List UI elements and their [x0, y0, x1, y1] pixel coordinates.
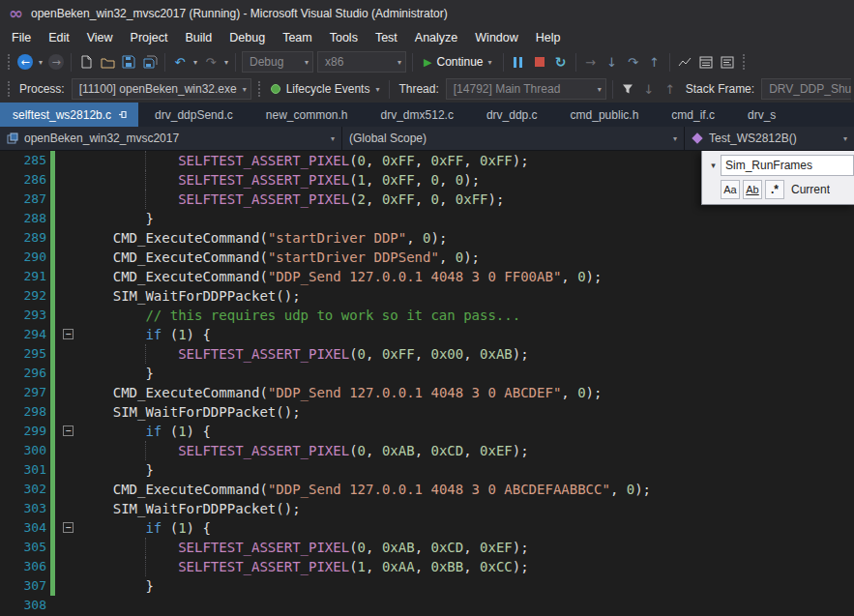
menu-analyze[interactable]: Analyze: [406, 29, 466, 46]
line-number[interactable]: 307: [19, 576, 46, 596]
breakpoint-margin[interactable]: [0, 209, 19, 228]
scope-dropdown[interactable]: (Global Scope) ▾: [342, 127, 685, 150]
thread-combo[interactable]: [14792] Main Thread▾: [446, 78, 606, 100]
line-number[interactable]: 286: [19, 170, 46, 190]
menu-test[interactable]: Test: [367, 29, 406, 46]
breakpoint-margin[interactable]: [0, 151, 19, 170]
code-text[interactable]: CMD_ExecuteCommand("DDP_Send 127.0.0.1 4…: [80, 383, 854, 402]
tab-new_common.h[interactable]: new_common.h: [250, 103, 365, 127]
line-number[interactable]: 303: [19, 499, 46, 518]
collapse-toggle-icon[interactable]: −: [63, 425, 74, 436]
stop-debugging-button[interactable]: [529, 51, 550, 73]
toolbar-grip[interactable]: [743, 54, 745, 70]
line-number[interactable]: 289: [19, 228, 46, 248]
code-text[interactable]: SIM_WaitForDDPPacket();: [80, 286, 854, 306]
code-text[interactable]: if (1) {: [80, 422, 854, 441]
lifecycle-events-button[interactable]: Lifecycle Events▾: [265, 78, 386, 100]
breakpoint-margin[interactable]: [0, 364, 19, 383]
code-text[interactable]: if (1) {: [80, 325, 854, 344]
diagnostic-tools-button[interactable]: [674, 51, 695, 73]
line-number[interactable]: 300: [19, 441, 46, 460]
next-frame-button[interactable]: ↓: [638, 78, 660, 100]
code-text[interactable]: SIM_WaitForDDPPacket();: [80, 499, 854, 518]
breakpoint-margin[interactable]: [0, 402, 19, 422]
restart-button[interactable]: ↻: [550, 51, 572, 73]
code-text[interactable]: }: [80, 209, 854, 228]
solution-configuration-combo[interactable]: Debug▾: [242, 51, 313, 73]
code-text[interactable]: }: [80, 576, 854, 596]
find-expand-icon[interactable]: ▾: [706, 161, 721, 170]
undo-button[interactable]: ↶: [169, 51, 191, 73]
menu-file[interactable]: File: [3, 29, 40, 46]
collapse-toggle-icon[interactable]: −: [63, 522, 74, 533]
tab-selftest_ws2812b.c[interactable]: selftest_ws2812b.c: [0, 103, 138, 127]
breakpoint-margin[interactable]: [0, 518, 19, 538]
breakpoint-margin[interactable]: [0, 170, 19, 190]
breakpoint-margin[interactable]: [0, 576, 19, 596]
previous-frame-button[interactable]: ↑: [660, 78, 681, 100]
code-text[interactable]: }: [80, 460, 854, 480]
breakpoint-margin[interactable]: [0, 344, 19, 364]
line-number[interactable]: 292: [19, 286, 46, 306]
code-text[interactable]: SELFTEST_ASSERT_PIXEL(0, 0xAB, 0xCD, 0xE…: [80, 441, 854, 460]
line-number[interactable]: 296: [19, 364, 46, 383]
menu-window[interactable]: Window: [466, 29, 526, 46]
code-text[interactable]: SELFTEST_ASSERT_PIXEL(1, 0xAA, 0xBB, 0xC…: [80, 557, 854, 576]
menu-edit[interactable]: Edit: [40, 29, 78, 46]
code-text[interactable]: // this requires udp to work so it can p…: [80, 306, 854, 325]
output-window-button[interactable]: [717, 51, 738, 73]
code-text[interactable]: SELFTEST_ASSERT_PIXEL(0, 0xFF, 0x00, 0xA…: [80, 344, 854, 364]
continue-button[interactable]: ▶Continue▾: [417, 51, 499, 73]
solution-platform-combo[interactable]: x86▾: [317, 51, 406, 73]
save-all-button[interactable]: [139, 51, 161, 73]
line-number[interactable]: 293: [19, 306, 46, 325]
line-number[interactable]: 308: [19, 596, 46, 615]
line-number[interactable]: 304: [19, 518, 46, 538]
tab-cmd_public.h[interactable]: cmd_public.h: [554, 103, 656, 127]
code-text[interactable]: if (1) {: [80, 518, 854, 538]
menu-build[interactable]: Build: [176, 29, 221, 46]
breakpoint-margin[interactable]: [0, 286, 19, 306]
breakpoint-margin[interactable]: [0, 499, 19, 518]
code-text[interactable]: [80, 596, 854, 615]
menu-project[interactable]: Project: [122, 29, 177, 46]
code-text[interactable]: CMD_ExecuteCommand("DDP_Send 127.0.0.1 4…: [80, 480, 854, 499]
redo-dropdown-icon[interactable]: ▾: [221, 58, 231, 67]
redo-button[interactable]: ↷: [200, 51, 221, 73]
line-number[interactable]: 306: [19, 557, 46, 576]
stack-frame-combo[interactable]: DRV_DDP_Shutdo: [761, 78, 851, 100]
save-button[interactable]: [118, 51, 139, 73]
line-number[interactable]: 291: [19, 267, 46, 286]
breakpoint-margin[interactable]: [0, 190, 19, 209]
step-into-button[interactable]: ↓: [602, 51, 623, 73]
breakpoint-margin[interactable]: [0, 557, 19, 576]
match-case-button[interactable]: Aa: [721, 180, 740, 199]
breakpoint-margin[interactable]: [0, 267, 19, 286]
navigate-forward-button[interactable]: →: [45, 51, 67, 73]
code-text[interactable]: CMD_ExecuteCommand("DDP_Send 127.0.0.1 4…: [80, 267, 854, 286]
code-text[interactable]: CMD_ExecuteCommand("startDriver DDP", 0)…: [80, 228, 854, 248]
tab-drv_ddp.c[interactable]: drv_ddp.c: [470, 103, 554, 127]
menu-debug[interactable]: Debug: [221, 29, 274, 46]
new-file-button[interactable]: [75, 51, 97, 73]
breakpoint-margin[interactable]: [0, 325, 19, 344]
menu-view[interactable]: View: [78, 29, 122, 46]
menu-help[interactable]: Help: [527, 29, 570, 46]
breakpoint-margin[interactable]: [0, 460, 19, 480]
line-number[interactable]: 299: [19, 422, 46, 441]
pin-icon[interactable]: [118, 109, 129, 120]
line-number[interactable]: 297: [19, 383, 46, 402]
breakpoint-margin[interactable]: [0, 596, 19, 615]
breakpoint-margin[interactable]: [0, 422, 19, 441]
menu-team[interactable]: Team: [274, 29, 321, 46]
line-number[interactable]: 285: [19, 151, 46, 170]
toolbar-grip[interactable]: [8, 81, 10, 97]
regex-button[interactable]: .*: [765, 180, 784, 199]
code-text[interactable]: SIM_WaitForDDPPacket();: [80, 402, 854, 422]
break-all-button[interactable]: [508, 51, 529, 73]
breakpoint-margin[interactable]: [0, 383, 19, 402]
toolbar-grip[interactable]: [8, 54, 10, 70]
line-number[interactable]: 302: [19, 480, 46, 499]
tab-drv_s[interactable]: drv_s: [731, 103, 792, 127]
tab-drv_ddpSend.c[interactable]: drv_ddpSend.c: [138, 103, 250, 127]
